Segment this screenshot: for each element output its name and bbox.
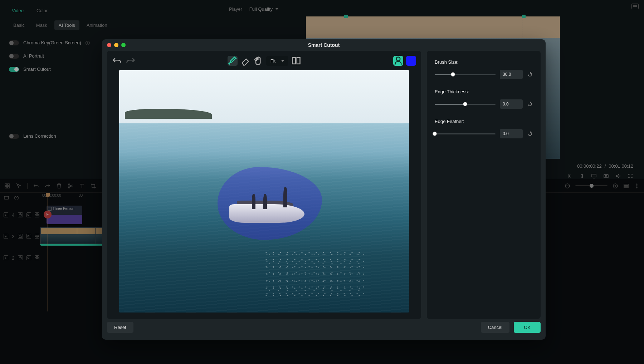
pan-tool-button[interactable]: [253, 56, 263, 66]
mask-color-swatch[interactable]: [406, 56, 416, 66]
undo-button[interactable]: [112, 56, 122, 66]
brush-size-input[interactable]: 30.0: [500, 70, 523, 79]
foreground-preview-button[interactable]: [393, 56, 403, 66]
svg-rect-25: [297, 58, 300, 64]
edge-thickness-input[interactable]: 0.0: [500, 99, 523, 109]
brush-size-reset[interactable]: [527, 72, 533, 77]
svg-rect-24: [293, 58, 296, 64]
cutout-canvas[interactable]: [119, 70, 409, 313]
modal-title: Smart Cutout: [102, 42, 546, 48]
ok-button[interactable]: OK: [514, 322, 541, 333]
zoom-fit-select[interactable]: Fit: [266, 56, 288, 66]
edge-feather-reset[interactable]: [527, 131, 533, 137]
boat-subject: [229, 189, 305, 223]
redo-button[interactable]: [126, 56, 136, 66]
brush-tool-button[interactable]: [228, 56, 238, 66]
compare-button[interactable]: [291, 56, 301, 66]
chevron-down-icon: [281, 60, 284, 62]
edge-feather-label: Edge Feather:: [435, 119, 533, 124]
brush-size-label: Brush Size:: [435, 59, 533, 65]
smart-cutout-modal: Smart Cutout Fit: [102, 39, 546, 340]
settings-panel: Brush Size: 30.0 Edge Thickness:: [427, 51, 541, 319]
edge-feather-slider[interactable]: [435, 133, 496, 134]
eraser-tool-button[interactable]: [240, 56, 250, 66]
reset-button[interactable]: Reset: [107, 322, 133, 333]
fit-label: Fit: [270, 58, 275, 64]
edge-thickness-label: Edge Thickness:: [435, 89, 533, 94]
cancel-button[interactable]: Cancel: [481, 322, 509, 333]
edge-thickness-slider[interactable]: [435, 104, 496, 105]
edge-thickness-reset[interactable]: [527, 101, 533, 107]
svg-point-26: [396, 57, 400, 61]
brush-size-slider[interactable]: [435, 74, 496, 75]
edge-feather-input[interactable]: 0.0: [500, 129, 523, 138]
